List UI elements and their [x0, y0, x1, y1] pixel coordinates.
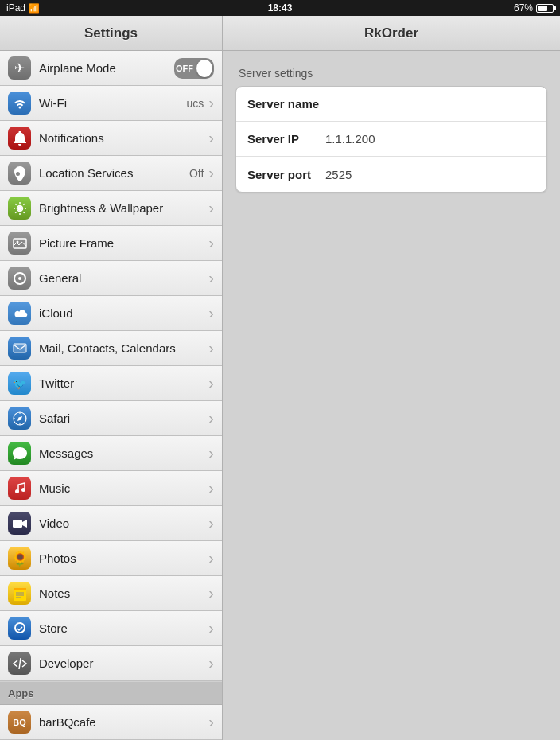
video-label: Video — [39, 516, 208, 530]
twitter-chevron — [208, 374, 214, 392]
svg-rect-10 — [14, 588, 26, 590]
store-label: Store — [39, 621, 208, 635]
developer-icon — [8, 652, 31, 675]
developer-chevron — [208, 654, 214, 672]
general-chevron — [208, 269, 214, 287]
sidebar-list: ✈ Airplane Mode OFF Wi-Fi ucs — [0, 51, 222, 740]
picture-frame-icon — [8, 232, 31, 255]
messages-chevron — [208, 444, 214, 462]
music-icon — [8, 477, 31, 500]
notes-icon — [8, 582, 31, 605]
location-chevron — [208, 164, 214, 182]
picture-frame-label: Picture Frame — [39, 236, 208, 250]
wifi-icon — [8, 92, 31, 115]
mail-icon — [8, 337, 31, 360]
sidebar: Settings ✈ Airplane Mode OFF Wi-Fi — [0, 16, 223, 740]
notifications-chevron — [208, 129, 214, 147]
sidebar-item-airplane-mode[interactable]: ✈ Airplane Mode OFF — [0, 51, 222, 86]
apps-section-header: Apps — [0, 681, 222, 705]
wifi-icon: 📶 — [29, 3, 40, 14]
twitter-icon: 🐦 — [8, 372, 31, 395]
brightness-chevron — [208, 199, 214, 217]
sidebar-item-icloud[interactable]: iCloud — [0, 296, 222, 331]
store-chevron — [208, 619, 214, 637]
toggle-off-label: OFF — [176, 64, 193, 73]
toggle-knob — [196, 60, 212, 77]
video-icon — [8, 512, 31, 535]
sidebar-item-video[interactable]: Video — [0, 506, 222, 541]
sidebar-item-store[interactable]: Store — [0, 611, 222, 646]
general-icon — [8, 267, 31, 290]
notes-chevron — [208, 584, 214, 602]
status-time: 18:43 — [268, 2, 293, 14]
airplane-mode-label: Airplane Mode — [39, 61, 174, 75]
server-settings-title: Server settings — [235, 67, 547, 80]
notifications-icon — [8, 127, 31, 150]
apps-section-label: Apps — [8, 687, 34, 699]
sidebar-item-developer[interactable]: Developer — [0, 646, 222, 681]
sidebar-item-messages[interactable]: Messages — [0, 436, 222, 471]
server-name-row: Server name — [236, 87, 546, 122]
svg-rect-4 — [14, 344, 26, 352]
sidebar-item-wifi[interactable]: Wi-Fi ucs — [0, 86, 222, 121]
sidebar-header: Settings — [0, 16, 222, 51]
barbqcafe-icon: BQ — [8, 711, 31, 734]
photos-chevron — [208, 549, 214, 567]
svg-point-0 — [18, 206, 22, 211]
right-panel: RkOrder Server settings Server name Serv… — [223, 16, 560, 740]
general-label: General — [39, 271, 208, 285]
wifi-label: Wi-Fi — [39, 96, 187, 110]
safari-icon — [8, 407, 31, 430]
status-left: iPad 📶 — [6, 2, 40, 14]
airplane-mode-toggle[interactable]: OFF — [174, 58, 214, 79]
icloud-icon — [8, 302, 31, 325]
right-panel-content: Server settings Server name Server IP 1.… — [223, 51, 560, 208]
location-services-value: Off — [189, 167, 204, 180]
music-label: Music — [39, 481, 208, 495]
mail-label: Mail, Contacts, Calendars — [39, 341, 208, 355]
icloud-chevron — [208, 304, 214, 322]
video-chevron — [208, 514, 214, 532]
battery-percent: 67% — [514, 2, 533, 14]
sidebar-item-safari[interactable]: Safari — [0, 401, 222, 436]
icloud-label: iCloud — [39, 306, 208, 320]
sidebar-item-general[interactable]: General — [0, 261, 222, 296]
photos-label: Photos — [39, 551, 208, 565]
server-settings-group: Server name Server IP 1.1.1.200 Server p… — [235, 86, 547, 193]
messages-label: Messages — [39, 446, 208, 460]
sidebar-item-brightness[interactable]: Brightness & Wallpaper — [0, 191, 222, 226]
sidebar-item-mail[interactable]: Mail, Contacts, Calendars — [0, 331, 222, 366]
airplane-mode-icon: ✈ — [8, 56, 31, 80]
sidebar-item-notifications[interactable]: Notifications — [0, 121, 222, 156]
svg-point-6 — [15, 489, 19, 493]
sidebar-item-notes[interactable]: Notes — [0, 576, 222, 611]
server-ip-label: Server IP — [247, 132, 319, 146]
safari-chevron — [208, 409, 214, 427]
location-services-icon — [8, 162, 31, 185]
brightness-icon — [8, 197, 31, 220]
sidebar-item-photos[interactable]: 🌻 Photos — [0, 541, 222, 576]
sidebar-item-twitter[interactable]: 🐦 Twitter — [0, 366, 222, 401]
picture-frame-chevron — [208, 234, 214, 252]
developer-label: Developer — [39, 656, 208, 670]
sidebar-item-music[interactable]: Music — [0, 471, 222, 506]
sidebar-item-picture-frame[interactable]: Picture Frame — [0, 226, 222, 261]
server-port-row: Server port 2525 — [236, 157, 546, 192]
wifi-value: ucs — [187, 97, 204, 110]
device-label: iPad — [6, 2, 25, 14]
status-bar: iPad 📶 18:43 67% — [0, 0, 560, 16]
notes-label: Notes — [39, 586, 208, 600]
music-chevron — [208, 479, 214, 497]
sidebar-title: Settings — [84, 25, 138, 41]
safari-label: Safari — [39, 411, 208, 425]
main-container: Settings ✈ Airplane Mode OFF Wi-Fi — [0, 16, 560, 740]
barbqcafe-label: barBQcafe — [39, 715, 208, 729]
server-ip-row: Server IP 1.1.1.200 — [236, 122, 546, 157]
sidebar-item-barbqcafe[interactable]: BQ barBQcafe — [0, 705, 222, 740]
svg-rect-8 — [13, 520, 22, 528]
location-services-label: Location Services — [39, 166, 189, 180]
sidebar-item-location-services[interactable]: Location Services Off — [0, 156, 222, 191]
server-port-value: 2525 — [325, 168, 352, 181]
right-panel-title: RkOrder — [364, 25, 418, 41]
store-icon — [8, 617, 31, 640]
